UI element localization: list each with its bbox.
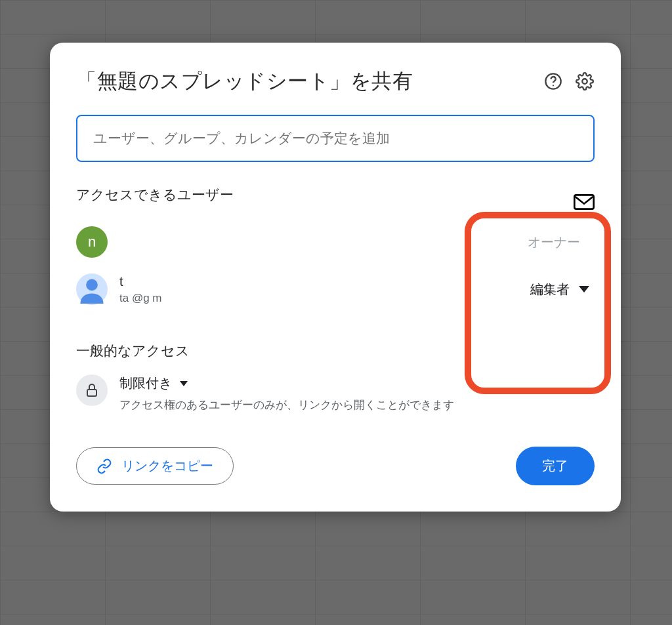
- role-dropdown-label: 編集者: [530, 281, 570, 298]
- general-access-dropdown[interactable]: 制限付き: [119, 374, 595, 392]
- svg-rect-3: [574, 195, 593, 209]
- dialog-header: 「無題のスプレッドシート」を共有: [76, 68, 595, 95]
- avatar: [76, 273, 108, 305]
- access-section-title: アクセスできるユーザー: [76, 186, 234, 204]
- help-icon[interactable]: [543, 71, 563, 91]
- gear-icon[interactable]: [575, 71, 595, 91]
- role-dropdown[interactable]: 編集者: [530, 281, 595, 298]
- user-info: t ta @g m: [119, 274, 518, 305]
- lock-icon: [76, 374, 108, 406]
- general-access-row: 制限付き アクセス権のあるユーザーのみが、リンクから開くことができます: [76, 374, 595, 413]
- link-icon: [96, 458, 112, 474]
- chevron-down-icon: [180, 381, 188, 386]
- access-header: アクセスできるユーザー: [76, 186, 595, 218]
- copy-link-button[interactable]: リンクをコピー: [76, 447, 234, 485]
- user-name: t: [119, 274, 518, 289]
- svg-point-1: [553, 85, 554, 86]
- avatar: n: [76, 226, 108, 258]
- user-row: t ta @g m 編集者: [76, 266, 595, 313]
- general-section-title: 一般的なアクセス: [76, 342, 595, 360]
- general-access-mode: 制限付き: [119, 374, 172, 392]
- dialog-footer: リンクをコピー 完了: [76, 447, 595, 485]
- user-info: [119, 241, 516, 243]
- svg-rect-5: [87, 390, 96, 396]
- general-info: 制限付き アクセス権のあるユーザーのみが、リンクから開くことができます: [119, 374, 595, 413]
- svg-point-4: [86, 279, 98, 291]
- general-access-description: アクセス権のあるユーザーのみが、リンクから開くことができます: [119, 397, 595, 413]
- mail-icon[interactable]: [574, 194, 595, 210]
- chevron-down-icon: [579, 286, 589, 292]
- user-row: n オーナー: [76, 218, 595, 266]
- svg-point-2: [582, 79, 587, 83]
- owner-role-label: オーナー: [528, 233, 595, 251]
- user-email: ta @g m: [119, 292, 518, 305]
- header-icons: [543, 71, 595, 91]
- done-button[interactable]: 完了: [516, 447, 595, 485]
- copy-link-label: リンクをコピー: [121, 457, 213, 475]
- share-dialog: 「無題のスプレッドシート」を共有 アクセスできるユーザー: [50, 43, 621, 512]
- general-access-section: 一般的なアクセス 制限付き アクセス権のあるユーザーのみが、リンクから開くことが…: [76, 342, 595, 413]
- add-people-input[interactable]: [76, 115, 595, 162]
- dialog-title: 「無題のスプレッドシート」を共有: [76, 68, 413, 95]
